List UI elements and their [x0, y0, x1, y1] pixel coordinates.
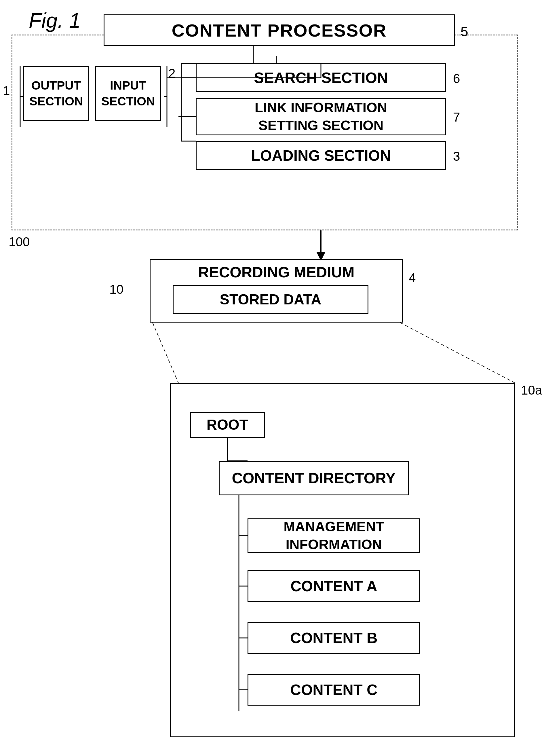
- content-c-box: CONTENT C: [248, 674, 420, 706]
- label-2: 2: [168, 66, 175, 81]
- output-section-label: OUTPUTSECTION: [29, 78, 83, 109]
- content-a-box: CONTENT A: [248, 570, 420, 602]
- search-section-box: SEARCH SECTION: [196, 63, 446, 92]
- link-info-section-label: LINK INFORMATIONSETTING SECTION: [255, 99, 387, 135]
- label-10: 10: [109, 282, 124, 297]
- management-info-box: MANAGEMENTINFORMATION: [248, 518, 420, 553]
- root-box: ROOT: [190, 412, 265, 438]
- root-label: ROOT: [207, 416, 248, 433]
- svg-line-18: [153, 323, 179, 383]
- svg-line-19: [400, 323, 515, 383]
- label-6: 6: [453, 71, 460, 86]
- content-processor-label: CONTENT PROCESSOR: [172, 20, 386, 41]
- figure-label: Fig. 1: [29, 9, 81, 32]
- label-100: 100: [9, 235, 30, 249]
- input-section-box: INPUTSECTION: [95, 66, 161, 121]
- stored-data-label: STORED DATA: [220, 291, 321, 308]
- content-directory-label: CONTENT DIRECTORY: [232, 469, 395, 487]
- label-5: 5: [460, 24, 468, 39]
- stored-data-box: STORED DATA: [173, 285, 368, 314]
- link-info-section-box: LINK INFORMATIONSETTING SECTION: [196, 98, 446, 135]
- content-processor-box: CONTENT PROCESSOR: [104, 14, 455, 46]
- loading-section-label: LOADING SECTION: [251, 147, 390, 164]
- loading-section-box: LOADING SECTION: [196, 141, 446, 170]
- label-1: 1: [3, 84, 10, 98]
- content-directory-box: CONTENT DIRECTORY: [219, 461, 409, 495]
- recording-medium-label: RECORDING MEDIUM: [164, 264, 388, 281]
- input-section-label: INPUTSECTION: [101, 78, 155, 109]
- label-3: 3: [453, 149, 460, 164]
- content-c-label: CONTENT C: [290, 681, 377, 698]
- label-10a: 10a: [521, 383, 542, 397]
- content-a-label: CONTENT A: [290, 577, 377, 595]
- management-info-label: MANAGEMENTINFORMATION: [283, 518, 384, 554]
- content-b-label: CONTENT B: [290, 629, 377, 647]
- search-section-label: SEARCH SECTION: [254, 69, 388, 86]
- label-7: 7: [453, 110, 460, 124]
- label-4: 4: [409, 271, 416, 285]
- content-b-box: CONTENT B: [248, 622, 420, 654]
- output-section-box: OUTPUTSECTION: [23, 66, 89, 121]
